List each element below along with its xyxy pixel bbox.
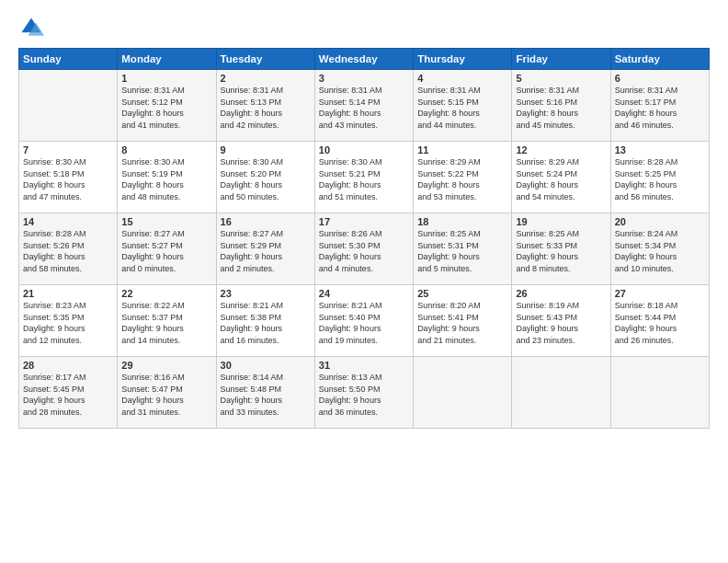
day-info: Sunrise: 8:23 AMSunset: 5:35 PMDaylight:…: [23, 300, 113, 346]
page: Sunday Monday Tuesday Wednesday Thursday…: [0, 0, 728, 563]
calendar-cell: 10Sunrise: 8:30 AMSunset: 5:21 PMDayligh…: [314, 142, 413, 213]
day-number: 25: [417, 288, 507, 299]
day-number: 11: [417, 144, 507, 155]
day-number: 15: [121, 216, 211, 227]
calendar-cell: [414, 357, 512, 429]
calendar-cell: 23Sunrise: 8:21 AMSunset: 5:38 PMDayligh…: [216, 285, 314, 357]
day-number: 22: [121, 288, 211, 299]
col-tuesday: Tuesday: [216, 49, 314, 70]
col-monday: Monday: [118, 49, 216, 70]
day-number: 1: [121, 73, 211, 84]
table-row: 7Sunrise: 8:30 AMSunset: 5:18 PMDaylight…: [19, 142, 710, 213]
day-number: 13: [615, 144, 705, 155]
day-number: 10: [319, 144, 409, 155]
day-info: Sunrise: 8:26 AMSunset: 5:30 PMDaylight:…: [319, 228, 409, 274]
day-number: 2: [221, 73, 311, 84]
day-number: 29: [121, 360, 211, 371]
day-number: 8: [121, 144, 211, 155]
day-number: 24: [319, 288, 409, 299]
day-info: Sunrise: 8:30 AMSunset: 5:18 PMDaylight:…: [23, 156, 113, 202]
day-number: 23: [221, 288, 311, 299]
day-number: 28: [23, 360, 113, 371]
day-number: 9: [221, 144, 311, 155]
day-number: 18: [417, 216, 507, 227]
calendar-cell: 9Sunrise: 8:30 AMSunset: 5:20 PMDaylight…: [216, 142, 314, 213]
day-number: 31: [319, 360, 409, 371]
day-info: Sunrise: 8:19 AMSunset: 5:43 PMDaylight:…: [516, 300, 606, 346]
day-info: Sunrise: 8:20 AMSunset: 5:41 PMDaylight:…: [417, 300, 507, 346]
day-number: 17: [319, 216, 409, 227]
calendar-cell: 13Sunrise: 8:28 AMSunset: 5:25 PMDayligh…: [610, 142, 709, 213]
calendar-cell: [512, 357, 610, 429]
logo: [18, 15, 48, 40]
day-info: Sunrise: 8:31 AMSunset: 5:14 PMDaylight:…: [319, 85, 409, 131]
day-info: Sunrise: 8:14 AMSunset: 5:48 PMDaylight:…: [221, 372, 311, 418]
col-thursday: Thursday: [414, 49, 512, 70]
calendar-cell: 20Sunrise: 8:24 AMSunset: 5:34 PMDayligh…: [610, 213, 709, 285]
calendar-cell: 16Sunrise: 8:27 AMSunset: 5:29 PMDayligh…: [216, 213, 314, 285]
col-wednesday: Wednesday: [314, 49, 413, 70]
header-row: Sunday Monday Tuesday Wednesday Thursday…: [19, 49, 710, 70]
day-info: Sunrise: 8:30 AMSunset: 5:20 PMDaylight:…: [221, 156, 311, 202]
day-info: Sunrise: 8:25 AMSunset: 5:31 PMDaylight:…: [417, 228, 507, 274]
day-number: 21: [23, 288, 113, 299]
table-row: 1Sunrise: 8:31 AMSunset: 5:12 PMDaylight…: [19, 70, 710, 142]
day-info: Sunrise: 8:28 AMSunset: 5:26 PMDaylight:…: [23, 228, 113, 274]
calendar-table: Sunday Monday Tuesday Wednesday Thursday…: [18, 48, 710, 429]
day-number: 16: [221, 216, 311, 227]
calendar-cell: 5Sunrise: 8:31 AMSunset: 5:16 PMDaylight…: [512, 70, 610, 142]
calendar-cell: 31Sunrise: 8:13 AMSunset: 5:50 PMDayligh…: [314, 357, 413, 429]
header: [18, 15, 710, 40]
calendar-cell: 22Sunrise: 8:22 AMSunset: 5:37 PMDayligh…: [118, 285, 216, 357]
day-info: Sunrise: 8:22 AMSunset: 5:37 PMDaylight:…: [121, 300, 211, 346]
calendar-cell: [19, 70, 118, 142]
day-info: Sunrise: 8:30 AMSunset: 5:21 PMDaylight:…: [319, 156, 409, 202]
calendar-cell: 24Sunrise: 8:21 AMSunset: 5:40 PMDayligh…: [314, 285, 413, 357]
day-info: Sunrise: 8:31 AMSunset: 5:16 PMDaylight:…: [516, 85, 606, 131]
day-info: Sunrise: 8:27 AMSunset: 5:29 PMDaylight:…: [221, 228, 311, 274]
day-info: Sunrise: 8:27 AMSunset: 5:27 PMDaylight:…: [121, 228, 211, 274]
day-info: Sunrise: 8:13 AMSunset: 5:50 PMDaylight:…: [319, 372, 409, 418]
table-row: 21Sunrise: 8:23 AMSunset: 5:35 PMDayligh…: [19, 285, 710, 357]
calendar-cell: 21Sunrise: 8:23 AMSunset: 5:35 PMDayligh…: [19, 285, 118, 357]
calendar-cell: 1Sunrise: 8:31 AMSunset: 5:12 PMDaylight…: [118, 70, 216, 142]
day-number: 6: [615, 73, 705, 84]
day-info: Sunrise: 8:31 AMSunset: 5:15 PMDaylight:…: [417, 85, 507, 131]
calendar-cell: 14Sunrise: 8:28 AMSunset: 5:26 PMDayligh…: [19, 213, 118, 285]
logo-icon: [18, 15, 44, 40]
calendar-cell: 3Sunrise: 8:31 AMSunset: 5:14 PMDaylight…: [314, 70, 413, 142]
calendar-cell: 8Sunrise: 8:30 AMSunset: 5:19 PMDaylight…: [118, 142, 216, 213]
calendar-cell: 30Sunrise: 8:14 AMSunset: 5:48 PMDayligh…: [216, 357, 314, 429]
day-number: 12: [516, 144, 606, 155]
day-info: Sunrise: 8:31 AMSunset: 5:13 PMDaylight:…: [221, 85, 311, 131]
day-info: Sunrise: 8:18 AMSunset: 5:44 PMDaylight:…: [615, 300, 705, 346]
day-info: Sunrise: 8:29 AMSunset: 5:24 PMDaylight:…: [516, 156, 606, 202]
day-info: Sunrise: 8:29 AMSunset: 5:22 PMDaylight:…: [417, 156, 507, 202]
day-info: Sunrise: 8:21 AMSunset: 5:38 PMDaylight:…: [221, 300, 311, 346]
day-number: 7: [23, 144, 113, 155]
calendar-cell: 11Sunrise: 8:29 AMSunset: 5:22 PMDayligh…: [414, 142, 512, 213]
calendar-cell: 15Sunrise: 8:27 AMSunset: 5:27 PMDayligh…: [118, 213, 216, 285]
day-number: 19: [516, 216, 606, 227]
day-info: Sunrise: 8:28 AMSunset: 5:25 PMDaylight:…: [615, 156, 705, 202]
col-sunday: Sunday: [19, 49, 118, 70]
calendar-cell: 26Sunrise: 8:19 AMSunset: 5:43 PMDayligh…: [512, 285, 610, 357]
calendar-cell: 2Sunrise: 8:31 AMSunset: 5:13 PMDaylight…: [216, 70, 314, 142]
calendar-cell: 7Sunrise: 8:30 AMSunset: 5:18 PMDaylight…: [19, 142, 118, 213]
day-number: 3: [319, 73, 409, 84]
table-row: 28Sunrise: 8:17 AMSunset: 5:45 PMDayligh…: [19, 357, 710, 429]
col-friday: Friday: [512, 49, 610, 70]
day-number: 4: [417, 73, 507, 84]
calendar-cell: 19Sunrise: 8:25 AMSunset: 5:33 PMDayligh…: [512, 213, 610, 285]
day-info: Sunrise: 8:30 AMSunset: 5:19 PMDaylight:…: [121, 156, 211, 202]
calendar-cell: 28Sunrise: 8:17 AMSunset: 5:45 PMDayligh…: [19, 357, 118, 429]
day-number: 5: [516, 73, 606, 84]
day-info: Sunrise: 8:16 AMSunset: 5:47 PMDaylight:…: [121, 372, 211, 418]
calendar-cell: 17Sunrise: 8:26 AMSunset: 5:30 PMDayligh…: [314, 213, 413, 285]
day-info: Sunrise: 8:21 AMSunset: 5:40 PMDaylight:…: [319, 300, 409, 346]
day-info: Sunrise: 8:31 AMSunset: 5:17 PMDaylight:…: [615, 85, 705, 131]
day-number: 20: [615, 216, 705, 227]
table-row: 14Sunrise: 8:28 AMSunset: 5:26 PMDayligh…: [19, 213, 710, 285]
calendar-cell: [610, 357, 709, 429]
day-number: 14: [23, 216, 113, 227]
